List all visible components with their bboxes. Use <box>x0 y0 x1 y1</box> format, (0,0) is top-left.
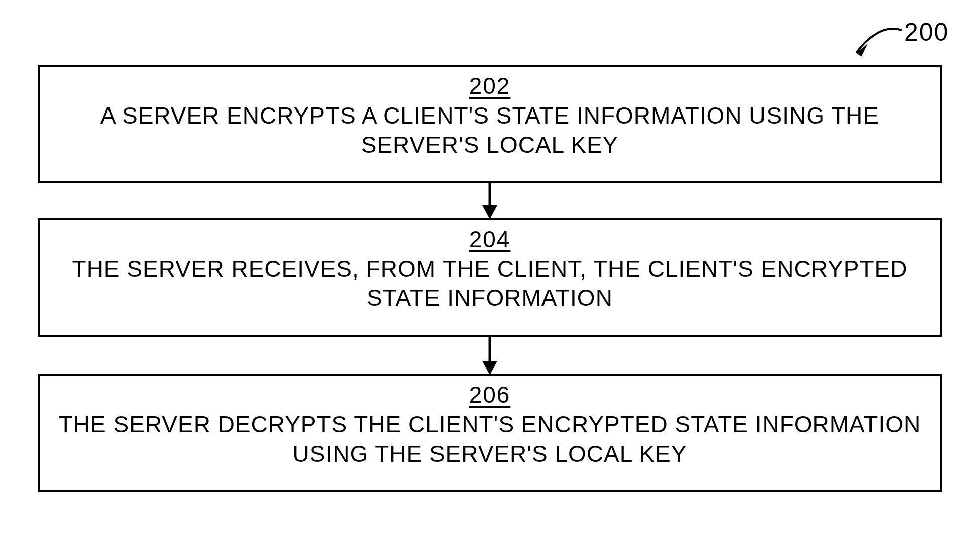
step-number: 204 <box>40 226 940 253</box>
step-text: THE SERVER DECRYPTS THE CLIENT'S ENCRYPT… <box>40 410 940 468</box>
arrow-202-to-204 <box>477 183 502 221</box>
step-number: 202 <box>40 72 940 99</box>
flow-step-204: 204 THE SERVER RECEIVES, FROM THE CLIENT… <box>38 218 942 337</box>
svg-marker-2 <box>482 205 497 219</box>
flow-step-206: 206 THE SERVER DECRYPTS THE CLIENT'S ENC… <box>38 374 942 492</box>
flowchart-canvas: 200 202 A SERVER ENCRYPTS A CLIENT'S STA… <box>0 0 980 555</box>
step-text: A SERVER ENCRYPTS A CLIENT'S STATE INFOR… <box>40 101 940 159</box>
figure-leader-arrow <box>844 18 914 65</box>
step-text: THE SERVER RECEIVES, FROM THE CLIENT, TH… <box>40 255 940 312</box>
step-number: 206 <box>40 381 940 408</box>
svg-marker-4 <box>482 361 497 375</box>
flow-step-202: 202 A SERVER ENCRYPTS A CLIENT'S STATE I… <box>38 65 942 183</box>
arrow-204-to-206 <box>477 337 502 377</box>
